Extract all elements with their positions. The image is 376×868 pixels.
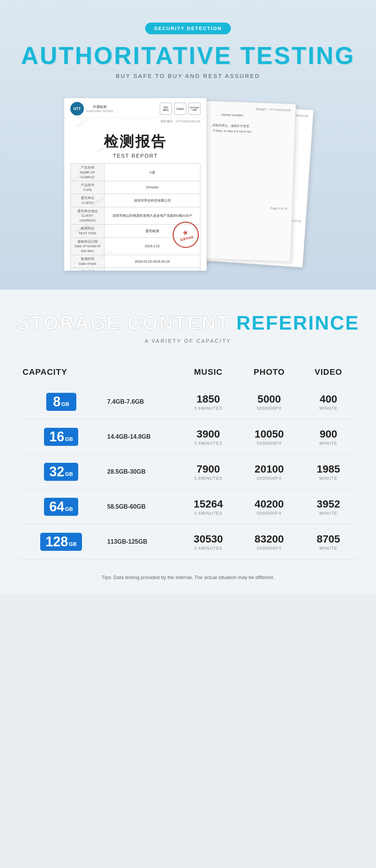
video-cell: 1985MINUTE bbox=[300, 455, 357, 489]
capacity-range-cell: 14.4GB-14.8GB bbox=[103, 420, 178, 455]
report-number-main: 报告编号：HTT180322001ZB bbox=[64, 118, 206, 125]
report-header: HTT 环通检测 HUANTONG TESTING ISO9001 CNAS T… bbox=[64, 98, 206, 118]
report-card-main: HTT 环通检测 HUANTONG TESTING ISO9001 CNAS T… bbox=[64, 98, 207, 271]
gb-badge-cell: 128GB bbox=[19, 524, 103, 559]
col-header-photo: PHOTO bbox=[239, 363, 300, 385]
col-header-video: VIDEO bbox=[300, 363, 357, 385]
music-cell: 79003.6MINUTES bbox=[178, 455, 239, 489]
storage-title-white: STORAGE CONTENT bbox=[17, 312, 236, 334]
table-row: 64GB58.5GB-60GB152643.6MINUTES4020050000… bbox=[19, 489, 357, 524]
table-row: 128GB113GB-125GB305303.6MINUTES832005000… bbox=[19, 524, 357, 559]
table-row: 16GB14.4GB-14.8GB39003.6MINUTES100505000… bbox=[19, 420, 357, 455]
report-area: 报告编号：HTT180322001ZB ...that or that of t… bbox=[60, 94, 316, 275]
gb-badge-cell: 64GB bbox=[19, 489, 103, 524]
badge-iso: ISO9001 bbox=[160, 103, 172, 115]
table-row: 32GB28.5GB-30GB79003.6MINUTES20100500000… bbox=[19, 455, 357, 489]
storage-title-blue: REFERINCE bbox=[236, 312, 359, 334]
photo-cell: 100505000000PX bbox=[239, 420, 300, 455]
gb-badge: 128GB bbox=[40, 533, 82, 551]
storage-subtitle: A VARIETY OF CAPACITY bbox=[15, 338, 361, 344]
storage-table: CAPACITY MUSIC PHOTO VIDEO 8GB7.4GB-7.6G… bbox=[19, 363, 357, 559]
video-cell: 8705MINUTE bbox=[300, 524, 357, 559]
video-cell: 400MINUTE bbox=[300, 385, 357, 420]
music-cell: 305303.6MINUTES bbox=[178, 524, 239, 559]
logo-circle: HTT bbox=[70, 102, 84, 116]
video-cell: 3952MINUTE bbox=[300, 489, 357, 524]
gb-badge: 8GB bbox=[46, 393, 76, 411]
music-cell: 152643.6MINUTES bbox=[178, 489, 239, 524]
col-header-cap-range bbox=[103, 363, 178, 385]
report-badges: ISO9001 CNAS TESTINGL888 bbox=[160, 103, 200, 115]
video-cell: 900MINUTE bbox=[300, 420, 357, 455]
gb-badge-cell: 32GB bbox=[19, 455, 103, 489]
report-logo: HTT 环通检测 HUANTONG TESTING bbox=[70, 102, 113, 116]
capacity-range-cell: 113GB-125GB bbox=[103, 524, 178, 559]
gb-badge: 64GB bbox=[44, 498, 78, 516]
gb-badge-cell: 8GB bbox=[19, 385, 103, 420]
storage-main-title: STORAGE CONTENT REFERINCE bbox=[15, 312, 361, 334]
gb-badge: 16GB bbox=[44, 428, 78, 446]
tips-text: Tips: Data testing provided by the inter… bbox=[15, 573, 361, 582]
music-cell: 39003.6MINUTES bbox=[178, 420, 239, 455]
main-title: AUTHORITATIVE TESTING bbox=[8, 43, 368, 69]
badge-cnas: CNAS bbox=[174, 103, 186, 115]
gb-badge-cell: 16GB bbox=[19, 420, 103, 455]
col-header-music: MUSIC bbox=[178, 363, 239, 385]
report-title-en: TEST REPORT bbox=[64, 153, 206, 159]
photo-cell: 50005000000PX bbox=[239, 385, 300, 420]
photo-cell: 201005000000PX bbox=[239, 455, 300, 489]
top-section: SECURITY DETECTION AUTHORITATIVE TESTING… bbox=[0, 0, 376, 290]
storage-section: STORAGE CONTENT REFERINCE A VARIETY OF C… bbox=[0, 290, 376, 593]
capacity-range-cell: 58.5GB-60GB bbox=[103, 489, 178, 524]
capacity-range-cell: 7.4GB-7.6GB bbox=[103, 385, 178, 420]
report-title-cn: 检测报告 bbox=[64, 125, 206, 153]
table-row: 8GB7.4GB-7.6GB18503.6MINUTES50005000000P… bbox=[19, 385, 357, 420]
photo-cell: 402005000000PX bbox=[239, 489, 300, 524]
report-table: 产品名称 NAME OF SAMPLEU盘产品型号 TYPESTA04G委托单位… bbox=[70, 163, 200, 271]
gb-badge: 32GB bbox=[44, 463, 78, 481]
photo-cell: 832005000000PX bbox=[239, 524, 300, 559]
music-cell: 18503.6MINUTES bbox=[178, 385, 239, 420]
sub-title: BUY SAFE TO BUY AND REST ASSURED bbox=[8, 73, 368, 79]
col-header-capacity: CAPACITY bbox=[19, 363, 103, 385]
capacity-range-cell: 28.5GB-30GB bbox=[103, 455, 178, 489]
badge-testing: TESTINGL888 bbox=[188, 103, 200, 115]
security-badge: SECURITY DETECTION bbox=[145, 23, 231, 34]
